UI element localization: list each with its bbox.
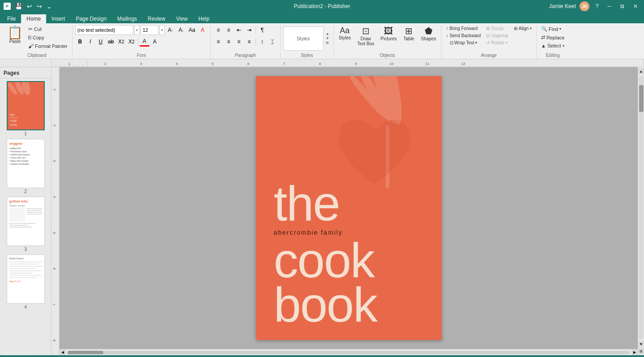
- columns-button[interactable]: ⌶: [268, 37, 277, 47]
- grow-font-button[interactable]: A↑: [166, 25, 175, 35]
- scroll-down-button[interactable]: ▼: [639, 341, 644, 347]
- scroll-up-button[interactable]: ▲: [639, 68, 644, 74]
- replace-button[interactable]: ⇄ Replace: [539, 34, 566, 41]
- styles-label: Styles: [283, 52, 331, 59]
- font-name-dropdown[interactable]: ▾: [134, 25, 140, 35]
- paste-button[interactable]: 📋 Paste: [4, 25, 26, 45]
- save-button[interactable]: 💾: [13, 3, 24, 10]
- bold-button[interactable]: B: [75, 37, 85, 47]
- align-button[interactable]: ⊞ Align ▾: [512, 25, 533, 32]
- draw-textbox-button[interactable]: ⊡ DrawText Box: [355, 25, 376, 47]
- page-3-thumbnail[interactable]: grilled tofu Vegan recipe: [7, 197, 45, 246]
- ruler-area: // Ruler ticks drawn inline 1 2 3 4 5 6 …: [0, 59, 644, 67]
- page-1-thumbnail[interactable]: the abercrombie cook book: [7, 81, 45, 130]
- align-right-button[interactable]: ≡: [234, 37, 244, 47]
- strikethrough-button[interactable]: ab: [106, 37, 116, 47]
- table-button[interactable]: ⊞ Table: [401, 25, 417, 43]
- show-hide-button[interactable]: ¶: [257, 25, 267, 35]
- customize-button[interactable]: ⌄: [45, 3, 53, 10]
- redo-button[interactable]: ↪: [35, 3, 43, 10]
- tab-file[interactable]: File: [2, 14, 21, 23]
- scroll-left-button[interactable]: ◀: [60, 349, 66, 356]
- objects-content: Aa Styles ⊡ DrawText Box 🖼 Pictures ⊞ Ta…: [337, 25, 439, 52]
- minimize-button[interactable]: ─: [605, 2, 614, 10]
- send-backward-button[interactable]: ↓ Send Backward: [444, 32, 482, 39]
- numbered-list-button[interactable]: ≡: [224, 25, 234, 35]
- editing-label: Editing: [539, 52, 566, 59]
- restore-button[interactable]: ⧉: [618, 2, 627, 10]
- undo-button[interactable]: ↩: [26, 3, 34, 10]
- h-scroll-track[interactable]: [68, 351, 630, 354]
- font-size-dropdown[interactable]: ▾: [159, 25, 165, 35]
- font-label: Font: [75, 52, 208, 59]
- page-4-thumbnail[interactable]: Family Farmer Page 4 of 4: [7, 254, 45, 304]
- clear-format-button[interactable]: A: [198, 25, 208, 35]
- pictures-button[interactable]: 🖼 Pictures: [378, 25, 399, 43]
- document-page: the abercrombie family cook book: [256, 76, 442, 340]
- svg-text:1: 1: [52, 88, 56, 90]
- tab-page-design[interactable]: Page Design: [70, 14, 112, 23]
- shrink-font-button[interactable]: A↓: [176, 25, 186, 35]
- font-size-input[interactable]: [141, 25, 158, 35]
- help-button[interactable]: ?: [593, 2, 601, 10]
- scroll-next-page-button[interactable]: ⊟: [639, 348, 644, 354]
- page-1-wrap: the abercrombie cook book 1: [2, 81, 49, 136]
- decrease-indent-button[interactable]: ⇤: [234, 25, 244, 35]
- thumb-page2-content: veggies • grilled tofu • mushroom pizza …: [7, 139, 44, 188]
- format-painter-button[interactable]: 🖌 Format Painter: [26, 42, 69, 50]
- cover-book: book: [274, 282, 428, 327]
- tab-review[interactable]: Review: [142, 14, 171, 23]
- horizontal-scrollbar[interactable]: ◀ ▶: [60, 349, 638, 355]
- ungroup-button[interactable]: ⊟ Ungroup: [484, 32, 510, 39]
- styles-button[interactable]: Aa Styles: [337, 25, 353, 42]
- change-case-button[interactable]: Aa: [187, 25, 197, 35]
- justify-button[interactable]: ≡: [244, 37, 254, 47]
- svg-text:8: 8: [319, 62, 321, 66]
- bring-forward-button[interactable]: ↑ Bring Forward: [444, 25, 482, 32]
- font-name-input[interactable]: [75, 25, 133, 35]
- scroll-right-button[interactable]: ▶: [631, 349, 638, 356]
- tab-view[interactable]: View: [171, 14, 193, 23]
- wrap-text-button[interactable]: ⊡ Wrap Text ▾: [444, 39, 482, 46]
- tab-home[interactable]: Home: [21, 14, 46, 23]
- thumb-page3-extra: [9, 223, 42, 228]
- styles-scroll[interactable]: ▲ ▼ ⊞: [324, 32, 331, 45]
- highlight-button[interactable]: A: [150, 37, 160, 47]
- styles-gallery[interactable]: Styles: [283, 26, 324, 51]
- select-button[interactable]: ▲ Select ▾: [539, 42, 566, 49]
- copy-button[interactable]: ⎘ Copy: [26, 34, 69, 42]
- user-avatar[interactable]: JK: [580, 1, 589, 11]
- canvas-area[interactable]: the abercrombie family cook book ◀ ▶: [60, 67, 638, 355]
- wrap-text-label: Wrap Text: [454, 40, 474, 45]
- ribbon-group-arrange: ↑ Bring Forward ↓ Send Backward ⊡ Wrap T…: [441, 25, 537, 59]
- tab-mailings[interactable]: Mailings: [112, 14, 142, 23]
- bullet-list-button[interactable]: ≡: [213, 25, 223, 35]
- cut-button[interactable]: ✂ Cut: [26, 25, 69, 33]
- rotate-button[interactable]: ↺ Rotate ▾: [484, 39, 510, 46]
- group-button[interactable]: ⊞ Group: [484, 25, 510, 32]
- v-scroll-track[interactable]: [639, 76, 644, 339]
- close-button[interactable]: ✕: [631, 2, 640, 10]
- superscript-button[interactable]: X2: [127, 37, 136, 47]
- align-center-button[interactable]: ≡: [224, 37, 234, 47]
- vertical-scrollbar[interactable]: ▲ ▼ ⊟: [638, 67, 644, 355]
- increase-indent-button[interactable]: ⇥: [244, 25, 254, 35]
- select-icon: ▲: [541, 43, 546, 48]
- shapes-button[interactable]: ⬟ Shapes: [418, 25, 438, 43]
- svg-text:2: 2: [52, 124, 56, 126]
- ribbon-group-paragraph: ≡ ≡ ⇤ ⇥ ¶ ≡ ≡ ≡ ≡ ↕ ⌶ Paragraph: [211, 25, 281, 59]
- copy-icon: ⎘: [28, 34, 31, 41]
- font-color-button[interactable]: A: [140, 37, 149, 47]
- underline-button[interactable]: U: [96, 37, 106, 47]
- h-scroll-thumb[interactable]: [68, 351, 103, 354]
- italic-button[interactable]: I: [85, 37, 95, 47]
- align-left-button[interactable]: ≡: [213, 37, 223, 47]
- find-button[interactable]: 🔍 Find ▾: [539, 25, 563, 33]
- subscript-button[interactable]: X2: [116, 37, 126, 47]
- tab-help[interactable]: Help: [193, 14, 215, 23]
- line-spacing-button[interactable]: ↕: [257, 37, 267, 47]
- v-scroll-thumb[interactable]: [639, 85, 644, 112]
- thumb-page3-col1: [9, 208, 25, 222]
- page-2-thumbnail[interactable]: veggies • grilled tofu • mushroom pizza …: [7, 139, 45, 188]
- tab-insert[interactable]: Insert: [46, 14, 70, 23]
